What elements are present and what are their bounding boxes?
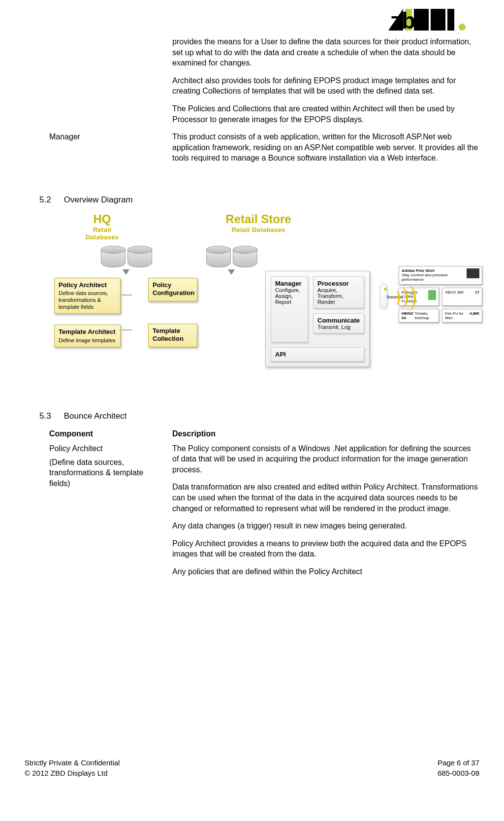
- shelf-label: Kim-Po for Men 4,80€: [442, 309, 482, 323]
- body-text: Any data changes (a trigger) result in n…: [172, 521, 479, 531]
- bounce-device-icon: bounce: [379, 283, 388, 310]
- body-text: This product consists of a web applicati…: [172, 131, 479, 164]
- footer-doc-id: 685-0003-08: [438, 768, 479, 778]
- component-sub: (Define data sources, transformations & …: [49, 457, 162, 489]
- footer-page-number: Page 6 of 37: [438, 757, 479, 768]
- diagram-template-architect-box: Template Architect Define image template…: [54, 325, 121, 347]
- wireless-waves-icon: [390, 283, 396, 313]
- body-text: The Policy component consists of a Windo…: [172, 443, 479, 475]
- body-text: Architect also provides tools for defini…: [172, 75, 479, 97]
- row-label: [49, 36, 162, 131]
- diagram-retail-server-box: Manager Configure, Assign, Report Proces…: [265, 271, 370, 367]
- footer-confidential: Strictly Private & Confidential: [25, 757, 120, 768]
- svg-rect-4: [447, 9, 454, 31]
- section-5-3-heading: 5.3 Bounce Architect: [39, 411, 479, 421]
- database-icon: [101, 244, 151, 267]
- svg-point-5: [459, 24, 466, 31]
- diagram-policy-config-box: Policy Configuration: [148, 278, 197, 302]
- footer-copyright: © 2012 ZBD Displays Ltd: [25, 768, 120, 778]
- logo-area: zbd: [25, 5, 479, 36]
- svg-rect-3: [431, 9, 445, 31]
- component-name: Policy Architect: [49, 444, 162, 453]
- row-label-manager: Manager: [49, 131, 162, 170]
- diagram-manager-box: Manager Configure, Assign, Report: [271, 276, 308, 342]
- connector-icon: [122, 329, 132, 330]
- arrow-down-icon: [123, 269, 129, 275]
- diagram-policy-architect-box: Policy Architect Define data sources, tr…: [54, 278, 121, 314]
- body-text: The Policies and Collections that are cr…: [172, 103, 479, 125]
- table-header-description: Description: [172, 428, 479, 439]
- body-text: Data transformation are also created and…: [172, 482, 479, 514]
- section-number: 5.2: [39, 195, 62, 205]
- database-icon: [206, 244, 256, 267]
- svg-text:zbd: zbd: [390, 8, 429, 33]
- arrow-down-icon: [228, 269, 235, 275]
- section-5-2-heading: 5.2 Overview Diagram: [39, 195, 479, 205]
- body-text: Any policies that are defined within the…: [172, 566, 479, 577]
- section-number: 5.3: [39, 411, 62, 421]
- section-title: Overview Diagram: [64, 195, 133, 204]
- body-text: provides the means for a User to define …: [172, 36, 479, 68]
- diagram-retail-title: Retail Store Retail Databases: [219, 212, 298, 241]
- zbd-logo-icon: zbd: [388, 5, 474, 36]
- connector-icon: [122, 295, 132, 296]
- diagram-processor-box: Processor Acquire, Transform, Render: [313, 276, 364, 308]
- diagram-hq-title: HQ Retail Databases: [76, 212, 128, 241]
- table-header-component: Component: [49, 428, 162, 443]
- overview-diagram: HQ Retail Databases Retail Store Retail …: [54, 212, 479, 367]
- diagram-api-box: API: [271, 347, 364, 361]
- shelf-label: XBOX 360 17: [442, 288, 482, 306]
- section-title: Bounce Architect: [64, 411, 127, 421]
- body-text: Policy Architect provides a means to pre…: [172, 538, 479, 559]
- diagram-template-collection-box: Template Collection: [148, 324, 197, 348]
- diagram-communicate-box: Communicate Transmit, Log: [313, 313, 364, 333]
- page-footer: Strictly Private & Confidential © 2012 Z…: [25, 757, 479, 778]
- shelf-label: Adidas Polo Shirt Stay comfort and premi…: [399, 266, 482, 285]
